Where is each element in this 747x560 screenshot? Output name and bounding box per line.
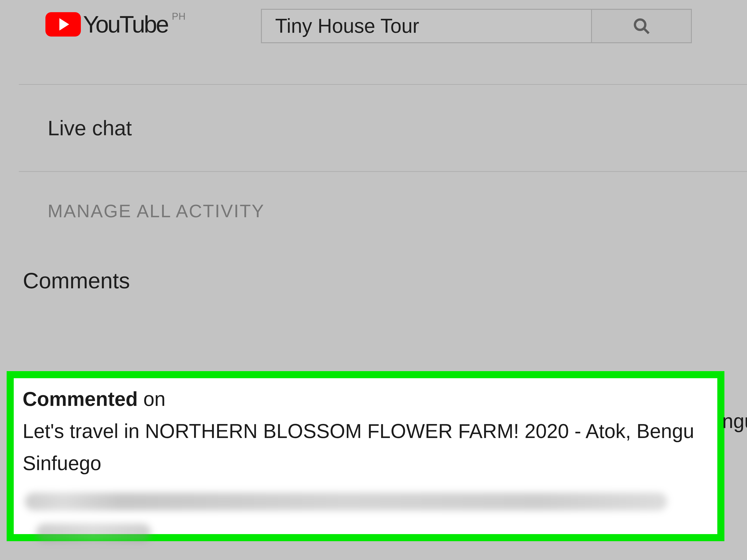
comment-activity-card[interactable]: Commented on Let's travel in NORTHERN BL… — [7, 371, 724, 541]
comment-channel-name[interactable]: Sinfuego — [23, 447, 709, 479]
search-bar — [261, 9, 692, 43]
app-header: YouTube PH — [0, 0, 747, 75]
country-code: PH — [172, 11, 186, 22]
comment-action-suffix: on — [138, 388, 165, 410]
content-area: Live chat MANAGE ALL ACTIVITY Comments — [19, 84, 747, 293]
manage-link-label: MANAGE ALL ACTIVITY — [48, 201, 265, 221]
comments-heading: Comments — [19, 244, 747, 293]
search-input[interactable] — [261, 9, 591, 43]
youtube-logo[interactable]: YouTube PH — [45, 12, 186, 36]
svg-line-1 — [644, 29, 649, 33]
youtube-play-icon — [45, 12, 81, 36]
comments-heading-text: Comments — [23, 268, 130, 293]
comment-body-blurred — [23, 493, 709, 550]
comment-action-word: Commented — [23, 388, 138, 410]
svg-point-0 — [635, 20, 645, 30]
comment-video-title-overflow: ngu — [722, 405, 747, 437]
live-chat-label: Live chat — [48, 116, 132, 140]
search-button[interactable] — [591, 9, 692, 43]
search-icon — [633, 18, 650, 35]
manage-all-activity-link[interactable]: MANAGE ALL ACTIVITY — [19, 172, 747, 244]
youtube-wordmark: YouTube — [83, 12, 168, 36]
live-chat-item[interactable]: Live chat — [19, 85, 747, 171]
comment-video-title[interactable]: Let's travel in NORTHERN BLOSSOM FLOWER … — [23, 415, 709, 447]
comment-action-line: Commented on — [23, 383, 709, 415]
